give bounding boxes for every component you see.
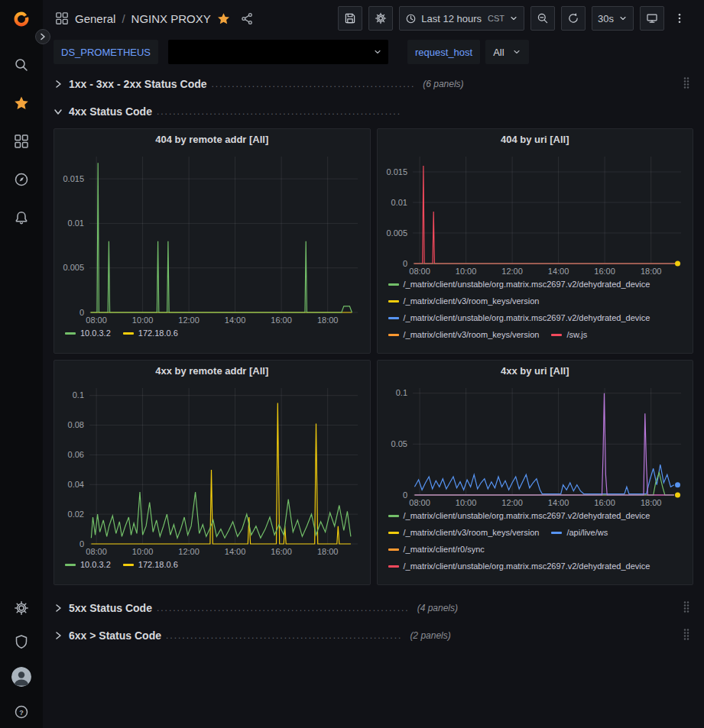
chevron-right-icon bbox=[54, 603, 63, 613]
legend-item[interactable]: /_matrix/client/unstable/org.matrix.msc2… bbox=[388, 561, 650, 571]
legend-swatch bbox=[123, 332, 134, 335]
svg-text:16:00: 16:00 bbox=[594, 267, 615, 276]
chevron-down-icon bbox=[618, 14, 628, 23]
row-dots: ........................................… bbox=[157, 106, 401, 117]
row-6xx[interactable]: 6xx > Status Code ......................… bbox=[54, 625, 693, 646]
time-series-chart[interactable]: 00.0050.010.01508:0010:0012:0014:0016:00… bbox=[54, 150, 370, 326]
time-series-plot: 00.0050.010.01508:0010:0012:0014:0016:00… bbox=[378, 150, 693, 277]
legend-item[interactable]: /_matrix/client/unstable/org.matrix.msc2… bbox=[388, 510, 650, 521]
panel-title[interactable]: 404 by remote addr [All] bbox=[54, 129, 370, 150]
row-panel-count: (2 panels) bbox=[410, 630, 450, 641]
time-series-chart[interactable]: 00.020.040.060.080.108:0010:0012:0014:00… bbox=[54, 382, 370, 558]
datasource-variable-label[interactable]: DS_PROMETHEUS bbox=[54, 40, 158, 64]
grafana-logo-icon[interactable] bbox=[13, 11, 30, 28]
svg-text:0.04: 0.04 bbox=[68, 480, 84, 489]
refresh-button[interactable] bbox=[561, 6, 586, 31]
legend-item[interactable]: /_matrix/client/r0/sync bbox=[388, 544, 485, 555]
starred-icon[interactable] bbox=[13, 95, 30, 112]
svg-text:16:00: 16:00 bbox=[271, 315, 292, 325]
legend-item[interactable]: /_matrix/client/unstable/org.matrix.msc2… bbox=[388, 312, 650, 323]
dashboard-variables-bar: DS_PROMETHEUS request_host All bbox=[43, 37, 704, 67]
refresh-interval-picker[interactable]: 30s bbox=[592, 6, 634, 31]
row-drag-handle[interactable] bbox=[680, 599, 693, 617]
request-host-select[interactable]: All bbox=[485, 40, 528, 64]
sidebar: ? bbox=[0, 0, 43, 728]
kebab-menu-button[interactable] bbox=[670, 6, 695, 31]
server-admin-shield-icon[interactable] bbox=[13, 633, 30, 650]
dashboards-icon[interactable] bbox=[13, 133, 30, 150]
apps-grid-icon[interactable] bbox=[55, 11, 69, 25]
svg-text:0.06: 0.06 bbox=[68, 450, 84, 459]
sidebar-expand-button[interactable] bbox=[35, 29, 50, 44]
alerting-bell-icon[interactable] bbox=[13, 209, 30, 226]
row-5xx[interactable]: 5xx Status Code ........................… bbox=[54, 597, 693, 619]
legend-item[interactable]: 10.0.3.2 bbox=[65, 559, 111, 570]
breadcrumb-separator: / bbox=[122, 12, 125, 25]
svg-text:12:00: 12:00 bbox=[501, 498, 523, 507]
time-range-picker[interactable]: Last 12 hours CST bbox=[399, 6, 524, 31]
svg-text:?: ? bbox=[19, 709, 24, 717]
panel-4xx-by-remote-addr: 4xx by remote addr [All] 00.020.040.060.… bbox=[54, 360, 371, 585]
request-host-variable-label[interactable]: request_host bbox=[407, 40, 480, 64]
panel-title[interactable]: 404 by uri [All] bbox=[378, 129, 693, 150]
svg-text:12:00: 12:00 bbox=[178, 315, 200, 325]
legend-item[interactable]: /_matrix/client/v3/room_keys/version bbox=[388, 296, 540, 306]
legend-label: /_matrix/client/v3/room_keys/version bbox=[404, 296, 540, 306]
help-icon[interactable]: ? bbox=[13, 704, 30, 720]
legend-item[interactable]: /_matrix/client/v3/room_keys/version bbox=[388, 329, 540, 340]
legend-item[interactable]: /_matrix/client/unstable/org.matrix.msc2… bbox=[388, 279, 650, 290]
search-icon[interactable] bbox=[13, 57, 30, 73]
breadcrumb-section[interactable]: General bbox=[75, 12, 115, 25]
legend-item[interactable]: 172.18.0.6 bbox=[123, 328, 178, 338]
panel-grid: 404 by remote addr [All] 00.0050.010.015… bbox=[54, 128, 693, 585]
legend-swatch bbox=[388, 283, 399, 286]
row-1xx-3xx-2xx[interactable]: 1xx - 3xx - 2xx Status Code ............… bbox=[54, 73, 693, 95]
save-dashboard-button[interactable] bbox=[338, 6, 362, 31]
legend-item[interactable]: 10.0.3.2 bbox=[65, 328, 111, 338]
configuration-gear-icon[interactable] bbox=[13, 600, 30, 616]
row-drag-handle[interactable] bbox=[680, 75, 693, 93]
time-series-plot: 00.050.108:0010:0012:0014:0016:0018:00 bbox=[378, 382, 693, 509]
dashboard-settings-button[interactable] bbox=[368, 6, 393, 31]
row-4xx[interactable]: 4xx Status Code ........................… bbox=[54, 101, 693, 122]
tv-mode-button[interactable] bbox=[640, 6, 664, 31]
time-series-plot: 00.0050.010.01508:0010:0012:0014:0016:00… bbox=[54, 150, 370, 326]
legend-label: /_matrix/client/unstable/org.matrix.msc2… bbox=[404, 561, 650, 571]
legend-label: /_matrix/client/v3/room_keys/version bbox=[404, 527, 540, 538]
panel-title[interactable]: 4xx by remote addr [All] bbox=[54, 361, 370, 382]
legend-item[interactable]: /sw.js bbox=[551, 329, 587, 340]
legend-label: /sw.js bbox=[566, 329, 587, 340]
row-title: 1xx - 3xx - 2xx Status Code bbox=[69, 78, 207, 90]
chevron-down-icon bbox=[512, 47, 521, 57]
dashboard-body: 1xx - 3xx - 2xx Status Code ............… bbox=[43, 67, 704, 728]
time-series-chart[interactable]: 00.0050.010.01508:0010:0012:0014:0016:00… bbox=[378, 150, 693, 277]
legend-label: 172.18.0.6 bbox=[138, 559, 178, 570]
panel-title[interactable]: 4xx by uri [All] bbox=[378, 361, 693, 382]
panel-legend: 10.0.3.2172.18.0.6 bbox=[54, 326, 370, 353]
svg-text:12:00: 12:00 bbox=[178, 547, 200, 556]
legend-item[interactable]: /_matrix/client/v3/room_keys/version bbox=[388, 527, 540, 538]
legend-item[interactable]: /api/live/ws bbox=[551, 527, 608, 538]
share-icon[interactable] bbox=[241, 12, 254, 25]
chevron-right-icon bbox=[54, 631, 63, 640]
time-series-chart[interactable]: 00.050.108:0010:0012:0014:0016:0018:00 bbox=[378, 382, 693, 509]
svg-text:0: 0 bbox=[79, 308, 84, 317]
row-panel-count: (4 panels) bbox=[417, 603, 458, 613]
top-navbar: General / NGINX PROXY bbox=[43, 0, 704, 37]
row-drag-handle[interactable] bbox=[680, 626, 693, 645]
svg-text:18:00: 18:00 bbox=[640, 267, 661, 276]
chevron-down-icon bbox=[509, 14, 518, 23]
panel-404-by-uri: 404 by uri [All] 00.0050.010.01508:0010:… bbox=[377, 128, 694, 354]
svg-text:0.1: 0.1 bbox=[395, 388, 407, 397]
dashboard-title[interactable]: NGINX PROXY bbox=[131, 12, 211, 25]
explore-compass-icon[interactable] bbox=[13, 171, 30, 188]
favorite-star-icon[interactable] bbox=[217, 12, 230, 25]
zoom-out-button[interactable] bbox=[530, 6, 555, 31]
svg-text:14:00: 14:00 bbox=[547, 267, 569, 276]
legend-swatch bbox=[388, 548, 399, 551]
datasource-select[interactable] bbox=[168, 40, 388, 64]
svg-text:18:00: 18:00 bbox=[640, 498, 661, 507]
svg-text:10:00: 10:00 bbox=[455, 267, 476, 276]
legend-item[interactable]: 172.18.0.6 bbox=[123, 559, 178, 570]
user-avatar[interactable] bbox=[11, 667, 31, 687]
